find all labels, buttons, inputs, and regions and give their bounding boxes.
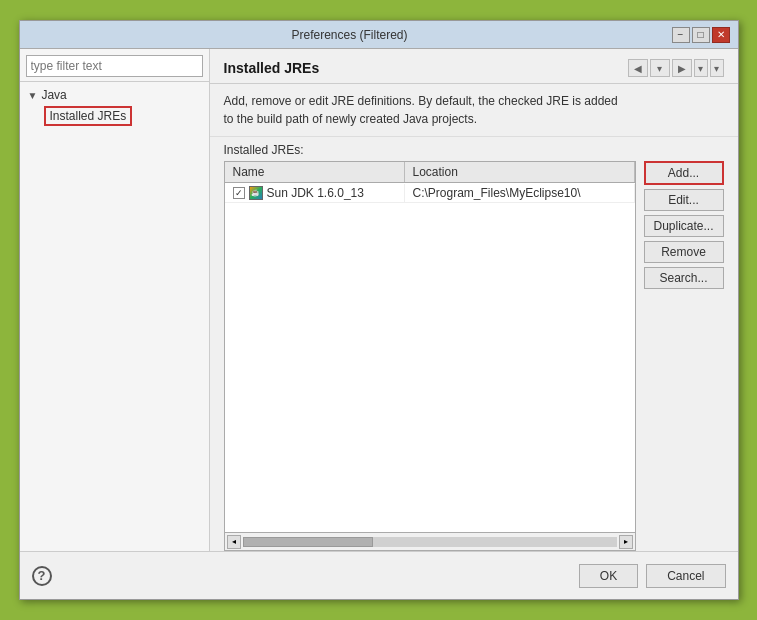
history-dropdown-button[interactable]: ▾ xyxy=(710,59,724,77)
scroll-track[interactable] xyxy=(243,537,617,547)
main-panel: Installed JREs ◀ ▾ ▶ ▾ ▾ Add, remove or … xyxy=(210,49,738,551)
scroll-thumb[interactable] xyxy=(243,537,374,547)
tree-java-parent[interactable]: ▼ Java xyxy=(20,86,209,104)
help-button[interactable]: ? xyxy=(32,566,52,586)
description-line1: Add, remove or edit JRE definitions. By … xyxy=(224,94,618,108)
sidebar-tree: ▼ Java Installed JREs xyxy=(20,82,209,551)
tree-parent-label: Java xyxy=(41,88,66,102)
main-header: Installed JREs ◀ ▾ ▶ ▾ ▾ xyxy=(210,49,738,84)
search-button[interactable]: Search... xyxy=(644,267,724,289)
minimize-button[interactable]: − xyxy=(672,27,690,43)
close-button[interactable]: ✕ xyxy=(712,27,730,43)
filter-input[interactable] xyxy=(26,55,203,77)
table-row[interactable]: ☕ Sun JDK 1.6.0_13 C:\Program_Files\MyEc… xyxy=(225,183,635,203)
side-buttons: Add... Edit... Duplicate... Remove Searc… xyxy=(644,161,724,551)
back-dropdown-button[interactable]: ▾ xyxy=(650,59,670,77)
jres-section-label: Installed JREs: xyxy=(210,137,738,161)
jres-table: Name Location ☕ Sun JDK 1.6.0_13 C:\Prog… xyxy=(224,161,636,551)
footer: ? OK Cancel xyxy=(20,551,738,599)
jres-label: Installed JREs: xyxy=(224,143,304,157)
scroll-left-btn[interactable]: ◂ xyxy=(227,535,241,549)
window-title: Preferences (Filtered) xyxy=(28,28,672,42)
table-header: Name Location xyxy=(225,162,635,183)
td-location: C:\Program_Files\MyEclipse10\ xyxy=(405,184,635,202)
horizontal-scrollbar[interactable]: ◂ ▸ xyxy=(225,532,635,550)
back-button[interactable]: ◀ xyxy=(628,59,648,77)
content-area: ▼ Java Installed JREs Installed JREs ◀ ▾… xyxy=(20,49,738,551)
title-bar: Preferences (Filtered) − □ ✕ xyxy=(20,21,738,49)
tree-arrow-icon: ▼ xyxy=(28,90,38,101)
nav-buttons: ◀ ▾ ▶ ▾ ▾ xyxy=(628,59,724,77)
description-line2: to the build path of newly created Java … xyxy=(224,112,477,126)
jres-table-area: Name Location ☕ Sun JDK 1.6.0_13 C:\Prog… xyxy=(210,161,738,551)
ok-button[interactable]: OK xyxy=(579,564,638,588)
tree-child-label[interactable]: Installed JREs xyxy=(44,106,133,126)
preferences-window: Preferences (Filtered) − □ ✕ ▼ Java Inst… xyxy=(19,20,739,600)
sidebar: ▼ Java Installed JREs xyxy=(20,49,210,551)
forward-dropdown-button[interactable]: ▾ xyxy=(694,59,708,77)
duplicate-button[interactable]: Duplicate... xyxy=(644,215,724,237)
main-title: Installed JREs xyxy=(224,60,320,76)
jre-name: Sun JDK 1.6.0_13 xyxy=(267,186,364,200)
forward-button[interactable]: ▶ xyxy=(672,59,692,77)
col-name: Name xyxy=(225,162,405,182)
jre-checkbox[interactable] xyxy=(233,187,245,199)
td-name: ☕ Sun JDK 1.6.0_13 xyxy=(225,184,405,202)
cancel-button[interactable]: Cancel xyxy=(646,564,725,588)
filter-wrap xyxy=(20,49,209,82)
edit-button[interactable]: Edit... xyxy=(644,189,724,211)
add-button[interactable]: Add... xyxy=(644,161,724,185)
window-controls: − □ ✕ xyxy=(672,27,730,43)
jre-icon: ☕ xyxy=(249,186,263,200)
remove-button[interactable]: Remove xyxy=(644,241,724,263)
description: Add, remove or edit JRE definitions. By … xyxy=(210,84,738,137)
footer-buttons: OK Cancel xyxy=(579,564,726,588)
scroll-right-btn[interactable]: ▸ xyxy=(619,535,633,549)
tree-installed-jres[interactable]: Installed JREs xyxy=(20,104,209,128)
table-body: ☕ Sun JDK 1.6.0_13 C:\Program_Files\MyEc… xyxy=(225,183,635,532)
col-location: Location xyxy=(405,162,635,182)
maximize-button[interactable]: □ xyxy=(692,27,710,43)
